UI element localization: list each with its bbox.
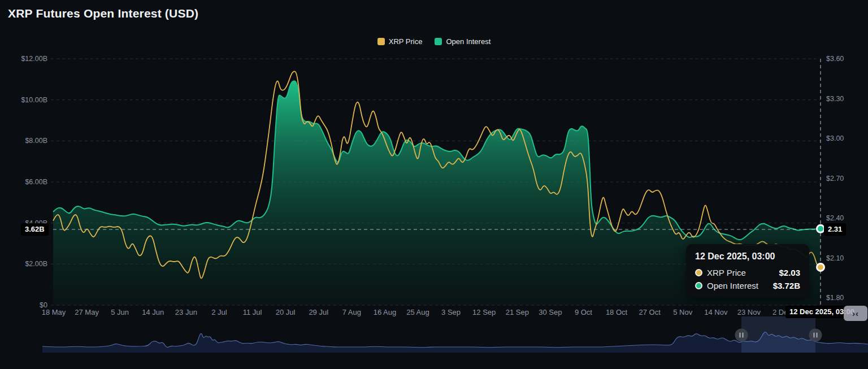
xrp-price-marker [817, 263, 824, 271]
open-interest-marker [817, 225, 824, 232]
svg-text:$10.00B: $10.00B [21, 96, 47, 104]
svg-text:$2.40: $2.40 [826, 214, 844, 222]
open-interest-dot-icon [695, 282, 702, 289]
tooltip-label: XRP Price [707, 268, 746, 277]
svg-text:$2.10: $2.10 [826, 254, 844, 262]
navigator-selection[interactable] [741, 316, 815, 353]
navigator-canvas[interactable] [0, 314, 868, 369]
navigator-right-handle[interactable] [809, 329, 822, 342]
navigator-left-handle[interactable] [735, 329, 748, 342]
tooltip: 12 Dec 2025, 03:00 XRP Price $2.03 Open … [686, 244, 809, 297]
collapse-icon: ›‹ [852, 309, 859, 318]
xrp-price-dot-icon [695, 269, 702, 276]
svg-text:$3.30: $3.30 [826, 95, 844, 103]
chart-page: XRP Futures Open Interest (USD) XRP Pric… [0, 0, 868, 369]
svg-text:$2.70: $2.70 [826, 175, 844, 183]
tooltip-value: $2.03 [779, 268, 800, 277]
tooltip-value: $3.72B [773, 281, 800, 290]
tooltip-row-xrp-price: XRP Price $2.03 [695, 268, 800, 277]
svg-text:$8.00B: $8.00B [25, 137, 47, 145]
svg-text:$12.00B: $12.00B [21, 55, 47, 63]
right-axis-crosshair-badge: 2.31 [824, 223, 846, 236]
svg-text:$2.00B: $2.00B [25, 260, 47, 268]
svg-text:$6.00B: $6.00B [25, 178, 47, 186]
svg-text:$3.00: $3.00 [826, 134, 844, 142]
tooltip-title: 12 Dec 2025, 03:00 [695, 251, 800, 262]
left-axis-crosshair-badge: 3.62B [21, 223, 49, 236]
tooltip-label: Open Interest [707, 281, 758, 290]
tooltip-row-open-interest: Open Interest $3.72B [695, 281, 800, 290]
svg-text:$1.80: $1.80 [826, 294, 844, 302]
svg-text:$3.60: $3.60 [826, 55, 844, 63]
collapse-range-button[interactable]: ›‹ [844, 306, 867, 321]
